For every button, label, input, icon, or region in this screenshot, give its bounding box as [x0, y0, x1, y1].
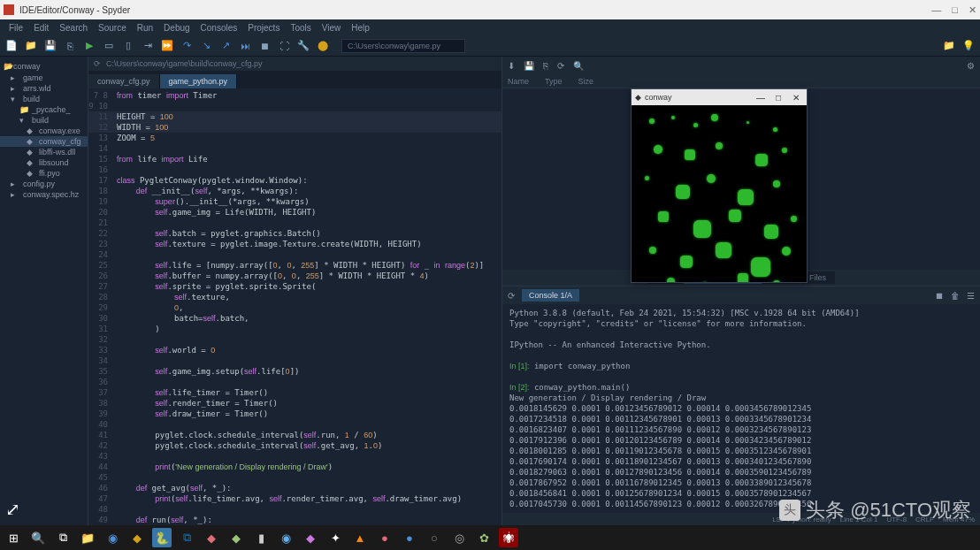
- line-gutter: 7 8 9 10 11 12 13 14 15 16 17 18 19 20 2…: [88, 88, 113, 525]
- editor-tab[interactable]: conway_cfg.py: [88, 74, 160, 88]
- app1-taskbar-icon[interactable]: ◆: [127, 528, 147, 547]
- editor-tab[interactable]: game_python.py: [160, 74, 238, 88]
- vscode-taskbar-icon[interactable]: ⧉: [177, 528, 196, 547]
- column-header[interactable]: Name: [508, 77, 529, 86]
- game-minimize-button[interactable]: —: [754, 93, 768, 103]
- clear-icon[interactable]: 🗑: [951, 291, 960, 301]
- options-icon[interactable]: ⚙: [967, 61, 975, 71]
- ipython-console[interactable]: Python 3.8.8 (default, Feb 24 2021, 15:5…: [502, 304, 980, 525]
- stop-icon[interactable]: ⏹: [258, 40, 271, 52]
- sidebar-item[interactable]: ▾build: [0, 94, 88, 104]
- sidebar-item[interactable]: ▸config.py: [0, 179, 88, 189]
- sidebar-item[interactable]: ▸game: [0, 73, 88, 83]
- step-out-icon[interactable]: ↗: [219, 40, 232, 52]
- refresh-vars-icon[interactable]: ⟳: [557, 61, 564, 71]
- console-refresh-icon[interactable]: ⟳: [508, 291, 515, 301]
- menu-search[interactable]: Search: [56, 23, 91, 33]
- edge-taskbar-icon[interactable]: ◉: [103, 528, 122, 547]
- folder-nav-icon[interactable]: 📁: [943, 40, 955, 52]
- game-close-button[interactable]: ✕: [789, 93, 803, 103]
- lightbulb-icon[interactable]: 💡: [962, 40, 975, 52]
- fullscreen-icon[interactable]: ⤢: [5, 499, 20, 520]
- sidebar-item[interactable]: ▸conway.spec.hz: [0, 189, 88, 200]
- minimize-button[interactable]: —: [931, 4, 941, 16]
- windows-taskbar: ⊞ 🔍 ⧉ 📁 ◉ ◆ 🐍 ⧉ ◆ ◆ ▮ ◉ ◆ ✦ ▲ ● ● ○ ◎ ✿ …: [0, 525, 980, 550]
- game-window[interactable]: ◆ conway — □ ✕: [631, 88, 808, 283]
- debug-icon[interactable]: ⏩: [161, 40, 173, 52]
- game-window-title: conway: [645, 93, 672, 102]
- sidebar-item[interactable]: ▾build: [0, 115, 88, 126]
- explorer-taskbar-icon[interactable]: 📁: [78, 528, 97, 547]
- sidebar-item[interactable]: ◆conway.exe: [0, 126, 88, 136]
- python-taskbar-icon[interactable]: 🐍: [152, 528, 172, 547]
- run-line-icon[interactable]: ⇥: [142, 40, 154, 52]
- save-as-icon[interactable]: ⎘: [543, 61, 548, 71]
- search-taskbar-icon[interactable]: 🔍: [28, 528, 48, 547]
- column-header[interactable]: Type: [545, 77, 563, 86]
- sidebar-item[interactable]: ◆libsound: [0, 157, 88, 168]
- maximize-button[interactable]: □: [952, 4, 958, 16]
- menu-consoles[interactable]: Consoles: [197, 23, 241, 33]
- run-selection-icon[interactable]: ▯: [122, 40, 134, 52]
- run-cell-icon[interactable]: ▭: [103, 40, 115, 52]
- console-tab[interactable]: Console 1/A: [522, 289, 579, 302]
- import-icon[interactable]: ⬇: [508, 61, 515, 71]
- variable-explorer-pane: ⬇ 💾 ⎘ ⟳ 🔍 ⚙ NameTypeSize ◆ conway — □ ✕: [502, 57, 980, 286]
- watermark-text: 头条 @51CTO观察: [806, 497, 971, 523]
- sidebar-item[interactable]: ◆conway_cfg: [0, 136, 88, 147]
- wrench-icon[interactable]: 🔧: [297, 40, 310, 52]
- run-icon[interactable]: ▶: [83, 40, 96, 52]
- continue-icon[interactable]: ⏭: [239, 40, 251, 52]
- sidebar-item[interactable]: 📁_pycache_: [0, 104, 88, 115]
- app8-taskbar-icon[interactable]: ●: [400, 528, 419, 547]
- app9-taskbar-icon[interactable]: ○: [425, 528, 444, 547]
- save-all-icon[interactable]: ⎘: [64, 40, 76, 52]
- game-maximize-button[interactable]: □: [771, 93, 785, 103]
- menu-view[interactable]: View: [318, 23, 345, 33]
- sidebar-item[interactable]: ◆libffi-ws.dll: [0, 147, 88, 157]
- app5-taskbar-icon[interactable]: ◆: [301, 528, 320, 547]
- save-data-icon[interactable]: 💾: [524, 61, 534, 71]
- menu-edit[interactable]: Edit: [30, 23, 52, 33]
- close-button[interactable]: ✕: [969, 4, 976, 16]
- search-vars-icon[interactable]: 🔍: [573, 61, 584, 71]
- app11-taskbar-icon[interactable]: ✿: [474, 528, 494, 547]
- save-icon[interactable]: 💾: [44, 40, 57, 52]
- menu-projects[interactable]: Projects: [244, 23, 283, 33]
- task-view-icon[interactable]: ⧉: [53, 528, 73, 547]
- editor-pane: ⟳ C:\Users\conway\game\build\conway_cfg.…: [88, 57, 502, 525]
- spyder-taskbar-icon[interactable]: 🕷: [499, 528, 518, 547]
- app7-taskbar-icon[interactable]: ●: [375, 528, 394, 547]
- menu-help[interactable]: Help: [348, 23, 373, 33]
- working-dir-input[interactable]: C:\Users\conway\game.py: [341, 39, 465, 53]
- sidebar-item[interactable]: ▸arrs.wld: [0, 83, 88, 94]
- refresh-icon[interactable]: ⟳: [94, 59, 101, 68]
- app3-taskbar-icon[interactable]: ◆: [226, 528, 246, 547]
- column-header[interactable]: Size: [578, 77, 594, 86]
- start-button[interactable]: ⊞: [4, 528, 23, 547]
- menu-tools[interactable]: Tools: [287, 23, 314, 33]
- step-in-icon[interactable]: ↘: [200, 40, 212, 52]
- code-editor[interactable]: from timer import Timer HEIGHT = 100 WID…: [113, 88, 501, 525]
- app4-taskbar-icon[interactable]: ◉: [276, 528, 295, 547]
- menu-debug[interactable]: Debug: [160, 23, 193, 33]
- step-over-icon[interactable]: ↷: [180, 40, 193, 52]
- menu-run[interactable]: Run: [134, 23, 157, 33]
- menu-source[interactable]: Source: [95, 23, 130, 33]
- interrupt-icon[interactable]: ⏹: [935, 291, 944, 301]
- python-path-icon[interactable]: ⬤: [317, 40, 329, 52]
- vlc-taskbar-icon[interactable]: ▲: [350, 528, 370, 547]
- app2-taskbar-icon[interactable]: ◆: [202, 528, 221, 547]
- app10-taskbar-icon[interactable]: ◎: [449, 528, 469, 547]
- console-options-icon[interactable]: ☰: [967, 291, 975, 301]
- game-icon: ◆: [635, 93, 641, 102]
- new-file-icon[interactable]: 📄: [5, 40, 18, 52]
- maximize-pane-icon[interactable]: ⛶: [278, 40, 290, 52]
- app6-taskbar-icon[interactable]: ✦: [325, 528, 345, 547]
- project-root[interactable]: 📂 conway: [0, 60, 88, 73]
- toolbar: 📄 📁 💾 ⎘ ▶ ▭ ▯ ⇥ ⏩ ↷ ↘ ↗ ⏭ ⏹ ⛶ 🔧 ⬤ C:\Use…: [0, 35, 980, 57]
- menu-file[interactable]: File: [5, 23, 27, 33]
- open-icon[interactable]: 📁: [25, 40, 37, 52]
- terminal-taskbar-icon[interactable]: ▮: [251, 528, 271, 547]
- sidebar-item[interactable]: ◆ffi.pyo: [0, 168, 88, 179]
